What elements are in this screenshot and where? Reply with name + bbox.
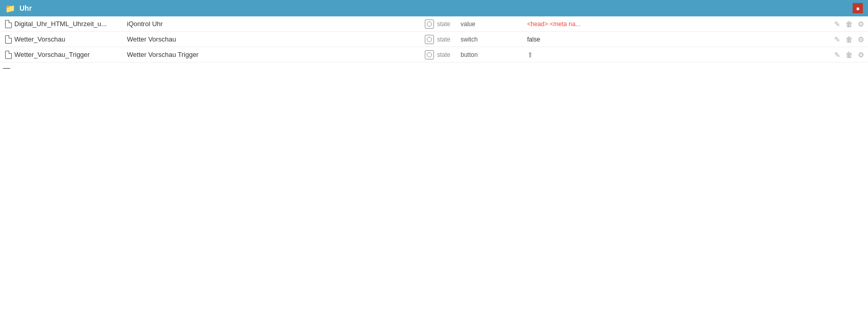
value-cell: false: [527, 36, 825, 43]
collapse-button[interactable]: —: [2, 63, 11, 73]
state-icon: [425, 19, 434, 29]
file-icon: [2, 35, 14, 44]
settings-button[interactable]: ⚙: [856, 19, 866, 29]
folder-icon: 📁: [5, 4, 15, 13]
state-circle: [427, 22, 432, 27]
edit-button[interactable]: ✎: [833, 35, 842, 44]
table-row: Wetter_Vorschau Wetter Vorschau state sw…: [0, 32, 868, 47]
value-cell: <head> <meta na...: [527, 20, 825, 28]
settings-button[interactable]: ⚙: [856, 35, 866, 44]
content-area: Digital_Uhr_HTML_Uhrzeit_u... iQontrol U…: [0, 16, 868, 73]
title-bar: 📁 Uhr ■: [0, 0, 868, 16]
window-close-button[interactable]: ■: [853, 3, 863, 13]
row-actions: ✎ 🗑 ⚙: [825, 19, 866, 29]
type-label: button: [461, 51, 496, 58]
title-bar-title: Uhr: [19, 4, 32, 12]
state-label: state: [437, 51, 458, 58]
display-name-cell: Wetter Vorschau: [127, 35, 425, 43]
filename-cell: Digital_Uhr_HTML_Uhrzeit_u...: [14, 20, 127, 28]
state-label: state: [437, 36, 458, 43]
doc-icon: [5, 20, 12, 28]
display-name-cell: Wetter Vorschau Trigger: [127, 51, 425, 58]
title-bar-right: ■: [853, 3, 863, 13]
row-actions: ✎ 🗑 ⚙: [825, 35, 866, 44]
delete-button[interactable]: 🗑: [844, 50, 854, 59]
state-group: state button: [425, 50, 527, 59]
display-name-cell: iQontrol Uhr: [127, 20, 425, 28]
state-circle: [427, 52, 432, 57]
edit-button[interactable]: ✎: [833, 50, 842, 59]
row-actions: ✎ 🗑 ⚙: [825, 50, 866, 59]
upload-icon: ⬆: [527, 51, 533, 59]
filename-cell: Wetter_Vorschau_Trigger: [14, 51, 127, 58]
state-icon: [425, 35, 434, 44]
doc-icon: [5, 51, 12, 59]
settings-button[interactable]: ⚙: [856, 50, 866, 59]
type-label: value: [461, 20, 496, 28]
state-group: state value: [425, 19, 527, 29]
value-cell: ⬆: [527, 51, 825, 59]
table-row: Digital_Uhr_HTML_Uhrzeit_u... iQontrol U…: [0, 16, 868, 32]
file-icon: [2, 51, 14, 59]
collapse-row: —: [0, 63, 868, 73]
doc-icon: [5, 35, 12, 44]
type-label: switch: [461, 36, 496, 43]
state-icon: [425, 50, 434, 59]
table-row: Wetter_Vorschau_Trigger Wetter Vorschau …: [0, 47, 868, 63]
state-group: state switch: [425, 35, 527, 44]
delete-button[interactable]: 🗑: [844, 19, 854, 29]
title-bar-left: 📁 Uhr: [5, 4, 32, 13]
state-label: state: [437, 20, 458, 28]
file-icon: [2, 20, 14, 28]
delete-button[interactable]: 🗑: [844, 35, 854, 44]
filename-cell: Wetter_Vorschau: [14, 35, 127, 43]
edit-button[interactable]: ✎: [833, 19, 842, 29]
state-circle: [427, 37, 432, 42]
